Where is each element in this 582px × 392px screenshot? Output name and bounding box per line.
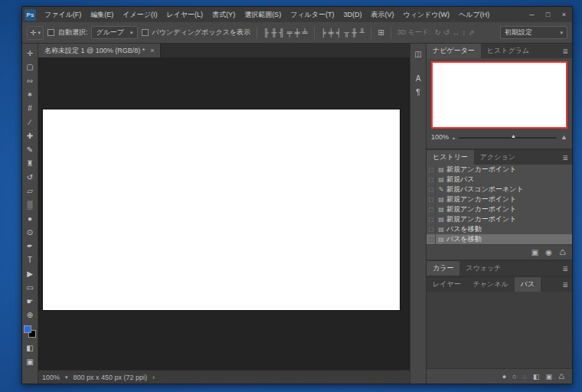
history-source-well[interactable] — [427, 204, 436, 214]
tool-path-selection[interactable]: ▶ — [22, 266, 38, 280]
tab-history[interactable]: ヒストリー — [427, 150, 474, 165]
panel-menu-icon[interactable]: ≣ — [558, 261, 572, 276]
screen-mode-icon[interactable]: ▣ — [22, 354, 38, 368]
tool-move[interactable]: ✛ — [22, 46, 38, 60]
tab-histogram[interactable]: ヒストグラム — [481, 44, 535, 58]
menu-view[interactable]: 表示(V) — [366, 7, 398, 22]
history-row[interactable]: ▤ 新規パス — [427, 175, 572, 185]
menu-3d[interactable]: 3D(D) — [338, 7, 366, 22]
menu-edit[interactable]: 編集(E) — [86, 7, 118, 22]
tool-gradient[interactable]: ▒ — [22, 198, 38, 211]
tool-eraser[interactable]: ▱ — [22, 184, 38, 198]
tool-shape[interactable]: ▭ — [22, 280, 38, 294]
tool-history-brush[interactable]: ↺ — [22, 170, 38, 184]
align-center-h-icon[interactable]: ╫ — [271, 28, 276, 38]
menu-type[interactable]: 書式(Y) — [208, 7, 240, 22]
delete-path-icon[interactable]: ♺ — [558, 373, 564, 381]
tool-brush[interactable]: ✎ — [22, 142, 38, 156]
tool-hand[interactable]: ☛ — [22, 294, 38, 308]
3d-rotate-icon[interactable]: ↻ — [435, 28, 441, 38]
tool-blur[interactable]: ● — [22, 211, 38, 225]
align-left-icon[interactable]: ╟ — [263, 28, 269, 38]
history-row[interactable]: ▤ 新規アンカーポイント — [427, 204, 572, 214]
panel-menu-icon[interactable]: ≣ — [558, 44, 572, 58]
stroke-path-icon[interactable]: ○ — [512, 373, 516, 381]
menu-help[interactable]: ヘルプ(H) — [454, 7, 494, 22]
tool-pen[interactable]: ✒ — [22, 239, 38, 253]
history-row[interactable]: ▤ パスを移動 — [427, 224, 572, 234]
new-document-from-state-icon[interactable]: ▣ — [531, 248, 538, 256]
align-bottom-icon[interactable]: ╧ — [302, 28, 308, 38]
align-middle-icon[interactable]: ╪ — [294, 28, 299, 38]
history-source-well[interactable] — [427, 175, 436, 185]
3d-roll-icon[interactable]: ↺ — [443, 28, 450, 38]
tab-paths[interactable]: パス — [515, 277, 541, 292]
tool-crop[interactable]: # — [22, 101, 38, 115]
zoom-in-icon[interactable]: ▲ — [561, 133, 567, 141]
history-source-well[interactable] — [427, 165, 436, 175]
tool-lasso[interactable]: ∾ — [22, 74, 38, 87]
tool-dodge[interactable]: ⊙ — [22, 225, 38, 239]
tool-clone-stamp[interactable]: ♜ — [22, 156, 38, 170]
tool-healing-brush[interactable]: ✚ — [22, 129, 38, 142]
new-snapshot-icon[interactable]: ◉ — [545, 248, 552, 256]
history-row-selected[interactable]: ▤ パスを移動 — [427, 234, 572, 244]
paragraph-panel-icon[interactable]: ¶ — [416, 85, 420, 99]
history-row[interactable]: ▤ 新規アンカーポイント — [427, 214, 572, 224]
minimize-button[interactable]: ─ — [524, 7, 540, 22]
distribute-right-icon[interactable]: ╡ — [336, 28, 342, 38]
distribute-center-h-icon[interactable]: ╪ — [329, 28, 334, 38]
tab-color[interactable]: カラー — [427, 261, 459, 276]
distribute-left-icon[interactable]: ╞ — [321, 28, 326, 38]
3d-slide-icon[interactable]: ↕ — [462, 28, 466, 38]
tool-type[interactable]: T — [22, 253, 38, 266]
history-source-well[interactable] — [427, 224, 436, 234]
close-icon[interactable]: × — [150, 47, 154, 54]
history-source-well[interactable] — [427, 234, 436, 244]
menu-layer[interactable]: レイヤー(L) — [162, 7, 208, 22]
distribute-bottom-icon[interactable]: ╨ — [359, 28, 365, 38]
expand-panels-icon[interactable]: ◫ — [414, 47, 421, 60]
chevron-down-icon[interactable]: ▾ — [65, 374, 68, 381]
add-mask-icon[interactable]: ◧ — [533, 373, 540, 381]
panel-menu-icon[interactable]: ≣ — [558, 150, 572, 165]
workspace-dropdown[interactable]: 初期設定 ▾ — [500, 26, 567, 39]
menu-file[interactable]: ファイル(F) — [40, 7, 86, 22]
maximize-button[interactable]: □ — [540, 7, 556, 22]
zoom-out-icon[interactable]: ▴ — [453, 135, 455, 140]
auto-align-icon[interactable]: ⊞ — [378, 28, 384, 38]
align-right-icon[interactable]: ╢ — [279, 28, 284, 38]
canvas[interactable] — [43, 109, 400, 310]
tab-swatches[interactable]: スウォッチ — [459, 261, 507, 276]
navigator-zoom-value[interactable]: 100% — [431, 133, 449, 141]
align-top-icon[interactable]: ╤ — [286, 28, 292, 38]
tool-marquee[interactable]: ▢ — [22, 60, 38, 74]
navigator-zoom-slider[interactable]: ▲ — [459, 132, 557, 142]
distribute-middle-icon[interactable]: ╫ — [351, 28, 357, 38]
history-source-well[interactable] — [427, 194, 436, 204]
document-tab[interactable]: 名称未設定 1 @ 100% (RGB/8) * × — [38, 44, 161, 57]
3d-scale-icon[interactable]: ⇗ — [468, 28, 474, 38]
load-selection-icon[interactable]: ◌ — [523, 373, 527, 381]
menu-window[interactable]: ウィンドウ(W) — [398, 7, 454, 22]
3d-drag-icon[interactable]: ↔ — [452, 28, 459, 38]
bounding-box-checkbox[interactable] — [142, 29, 149, 36]
panel-menu-icon[interactable]: ≣ — [558, 277, 572, 292]
auto-select-dropdown[interactable]: グループ ▾ — [91, 26, 137, 39]
new-path-icon[interactable]: ▣ — [545, 373, 552, 381]
tab-channels[interactable]: チャンネル — [467, 277, 515, 292]
close-button[interactable]: × — [556, 7, 572, 22]
character-panel-icon[interactable]: A — [416, 71, 421, 85]
tool-quick-selection[interactable]: ✶ — [22, 87, 38, 101]
status-chevron-icon[interactable]: › — [152, 374, 155, 381]
foreground-color-swatch[interactable] — [24, 325, 31, 333]
paths-panel-content[interactable] — [427, 292, 572, 368]
fill-path-icon[interactable]: ● — [502, 373, 506, 381]
history-row[interactable]: ▤ 新規アンカーポイント — [427, 194, 572, 204]
tool-preset-button[interactable]: ✛ ▾ — [27, 26, 44, 40]
tool-eyedropper[interactable]: ∕ — [22, 115, 38, 129]
tool-zoom[interactable]: ⊕ — [22, 308, 38, 322]
history-source-well[interactable] — [427, 214, 436, 224]
auto-select-checkbox[interactable] — [47, 29, 54, 36]
quick-mask-icon[interactable]: ◧ — [22, 341, 38, 354]
